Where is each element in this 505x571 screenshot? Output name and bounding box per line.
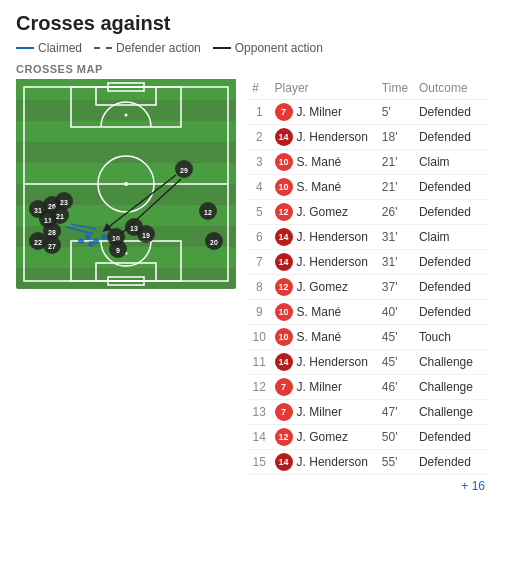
row-num: 7 — [248, 250, 271, 275]
row-num: 2 — [248, 125, 271, 150]
table-row: 2 14 J. Henderson 18' Defended — [248, 125, 489, 150]
outcome-cell: Defended — [415, 200, 489, 225]
player-name: J. Milner — [297, 105, 342, 119]
more-label[interactable]: + 16 — [248, 475, 489, 498]
player-badge: 7 — [275, 403, 293, 421]
outcome-cell: Defended — [415, 175, 489, 200]
outcome-cell: Claim — [415, 150, 489, 175]
svg-point-52 — [85, 234, 91, 240]
player-name: S. Mané — [297, 180, 342, 194]
time-cell: 45' — [378, 325, 415, 350]
row-num: 6 — [248, 225, 271, 250]
outcome-cell: Defended — [415, 100, 489, 125]
row-num: 1 — [248, 100, 271, 125]
time-cell: 26' — [378, 200, 415, 225]
opponent-label: Opponent action — [235, 41, 323, 55]
time-cell: 31' — [378, 250, 415, 275]
player-badge: 14 — [275, 228, 293, 246]
table-row: 6 14 J. Henderson 31' Claim — [248, 225, 489, 250]
player-name: S. Mané — [297, 155, 342, 169]
player-badge: 14 — [275, 353, 293, 371]
table-row: 12 7 J. Milner 46' Challenge — [248, 375, 489, 400]
player-cell: 14 J. Henderson — [271, 125, 378, 150]
time-cell: 31' — [378, 225, 415, 250]
player-name: J. Henderson — [297, 130, 368, 144]
player-name: J. Henderson — [297, 355, 368, 369]
player-cell: 7 J. Milner — [271, 100, 378, 125]
row-num: 10 — [248, 325, 271, 350]
table-row: 10 10 S. Mané 45' Touch — [248, 325, 489, 350]
col-header-num: # — [248, 79, 271, 100]
player-badge: 14 — [275, 453, 293, 471]
table-row: 11 14 J. Henderson 45' Challenge — [248, 350, 489, 375]
pitch-container: 31 26 23 11 21 28 22 27 10 13 — [16, 79, 236, 292]
time-cell: 21' — [378, 175, 415, 200]
outcome-cell: Defended — [415, 250, 489, 275]
player-cell: 10 S. Mané — [271, 325, 378, 350]
player-cell: 10 S. Mané — [271, 150, 378, 175]
svg-text:23: 23 — [60, 199, 68, 206]
player-name: J. Henderson — [297, 455, 368, 469]
time-cell: 5' — [378, 100, 415, 125]
player-badge: 10 — [275, 328, 293, 346]
table-row: 5 12 J. Gomez 26' Defended — [248, 200, 489, 225]
page-title: Crosses against — [16, 12, 489, 35]
more-row[interactable]: + 16 — [248, 475, 489, 498]
player-cell: 14 J. Henderson — [271, 250, 378, 275]
table-row: 1 7 J. Milner 5' Defended — [248, 100, 489, 125]
player-badge: 12 — [275, 278, 293, 296]
time-cell: 47' — [378, 400, 415, 425]
player-badge: 10 — [275, 178, 293, 196]
player-cell: 14 J. Henderson — [271, 350, 378, 375]
player-name: J. Milner — [297, 405, 342, 419]
player-name: S. Mané — [297, 305, 342, 319]
time-cell: 21' — [378, 150, 415, 175]
legend-opponent: Opponent action — [213, 41, 323, 55]
svg-point-54 — [78, 238, 84, 244]
outcome-cell: Defended — [415, 300, 489, 325]
col-header-player: Player — [271, 79, 378, 100]
outcome-cell: Defended — [415, 450, 489, 475]
legend-claimed: Claimed — [16, 41, 82, 55]
map-label: CROSSES MAP — [16, 63, 489, 75]
time-cell: 37' — [378, 275, 415, 300]
svg-point-13 — [125, 114, 128, 117]
svg-point-9 — [124, 182, 128, 186]
outcome-cell: Defended — [415, 275, 489, 300]
svg-text:19: 19 — [142, 232, 150, 239]
time-cell: 45' — [378, 350, 415, 375]
svg-text:9: 9 — [116, 247, 120, 254]
player-badge: 7 — [275, 103, 293, 121]
claimed-line-icon — [16, 47, 34, 49]
row-num: 3 — [248, 150, 271, 175]
player-badge: 14 — [275, 128, 293, 146]
table-row: 14 12 J. Gomez 50' Defended — [248, 425, 489, 450]
svg-text:28: 28 — [48, 229, 56, 236]
outcome-cell: Defended — [415, 125, 489, 150]
table-row: 13 7 J. Milner 47' Challenge — [248, 400, 489, 425]
svg-text:13: 13 — [130, 225, 138, 232]
opponent-line-icon — [213, 47, 231, 49]
player-name: S. Mané — [297, 330, 342, 344]
outcome-cell: Claim — [415, 225, 489, 250]
player-badge: 12 — [275, 428, 293, 446]
crosses-table: # Player Time Outcome 1 7 J. Milner 5' D… — [248, 79, 489, 497]
time-cell: 50' — [378, 425, 415, 450]
table-row: 7 14 J. Henderson 31' Defended — [248, 250, 489, 275]
time-cell: 46' — [378, 375, 415, 400]
svg-text:20: 20 — [210, 239, 218, 246]
table-row: 9 10 S. Mané 40' Defended — [248, 300, 489, 325]
table-row: 4 10 S. Mané 21' Defended — [248, 175, 489, 200]
row-num: 14 — [248, 425, 271, 450]
player-badge: 7 — [275, 378, 293, 396]
svg-text:21: 21 — [56, 213, 64, 220]
row-num: 4 — [248, 175, 271, 200]
player-name: J. Gomez — [297, 430, 348, 444]
player-name: J. Henderson — [297, 230, 368, 244]
time-cell: 40' — [378, 300, 415, 325]
outcome-cell: Challenge — [415, 350, 489, 375]
player-badge: 10 — [275, 303, 293, 321]
outcome-cell: Challenge — [415, 400, 489, 425]
svg-text:22: 22 — [34, 239, 42, 246]
main-content: 31 26 23 11 21 28 22 27 10 13 — [16, 79, 489, 497]
